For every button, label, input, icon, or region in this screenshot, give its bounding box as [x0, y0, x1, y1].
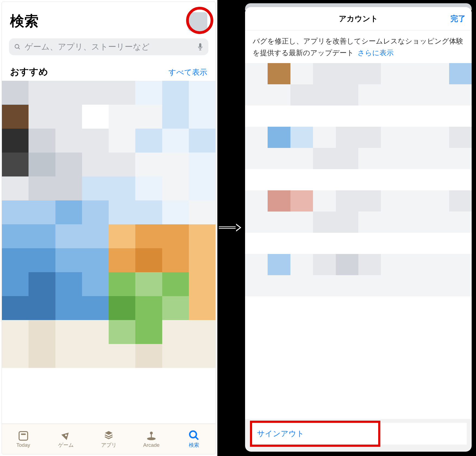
done-button[interactable]: 完了 [450, 14, 466, 24]
account-content-blurred [245, 63, 472, 419]
svg-point-0 [15, 44, 19, 48]
svg-point-10 [150, 432, 153, 435]
svg-point-11 [190, 431, 197, 438]
sheet-title: アカウント [339, 14, 378, 24]
search-icon [14, 43, 21, 50]
arrow-right-icon [218, 221, 241, 235]
tab-label: ゲーム [58, 442, 74, 449]
section-title-recommended: おすすめ [10, 66, 48, 78]
svg-rect-5 [19, 432, 28, 440]
signout-button[interactable]: サインアウト [257, 429, 304, 439]
account-avatar-button[interactable] [188, 12, 207, 31]
svg-rect-2 [199, 43, 201, 48]
tab-apps[interactable]: アプリ [87, 424, 130, 454]
tab-label: Today [16, 442, 30, 448]
annotation-box-signout: サインアウト [250, 421, 380, 447]
svg-rect-9 [151, 434, 152, 439]
signout-row-bg [380, 423, 467, 445]
svg-point-7 [65, 434, 67, 436]
recommended-content-blurred [2, 81, 215, 424]
tab-label: 検索 [189, 442, 199, 449]
arrow-divider [217, 0, 242, 456]
tab-label: Arcade [143, 442, 159, 448]
tab-search[interactable]: 検索 [173, 424, 215, 454]
tab-label: アプリ [101, 442, 117, 449]
search-input[interactable] [25, 42, 193, 51]
show-all-link[interactable]: すべて表示 [168, 67, 207, 77]
appstore-search-screen: 検索 おすすめ すべて表示 [2, 2, 216, 454]
sheet-header: アカウント 完了 [245, 7, 472, 30]
microphone-icon[interactable] [197, 43, 203, 51]
account-sheet: アカウント 完了 バグを修正し、アプリを改善してシームレスなショッピング体験を提… [245, 7, 472, 452]
tab-today[interactable]: Today [2, 424, 45, 454]
page-title: 検索 [10, 12, 207, 31]
svg-rect-6 [21, 433, 26, 435]
account-sheet-screen: アカウント 完了 バグを修正し、アプリを改善してシームレスなショッピング体験を提… [242, 0, 476, 456]
update-description: バグを修正し、アプリを改善してシームレスなショッピング体験を提供する最新のアップ… [245, 30, 472, 64]
tab-arcade[interactable]: Arcade [130, 424, 173, 454]
tab-games[interactable]: ゲーム [45, 424, 87, 454]
svg-line-1 [18, 48, 20, 49]
search-bar[interactable] [9, 38, 208, 55]
show-more-link[interactable]: さらに表示 [358, 49, 394, 57]
svg-line-12 [196, 437, 199, 440]
tab-bar: Today ゲーム アプリ Arcade [2, 424, 215, 454]
